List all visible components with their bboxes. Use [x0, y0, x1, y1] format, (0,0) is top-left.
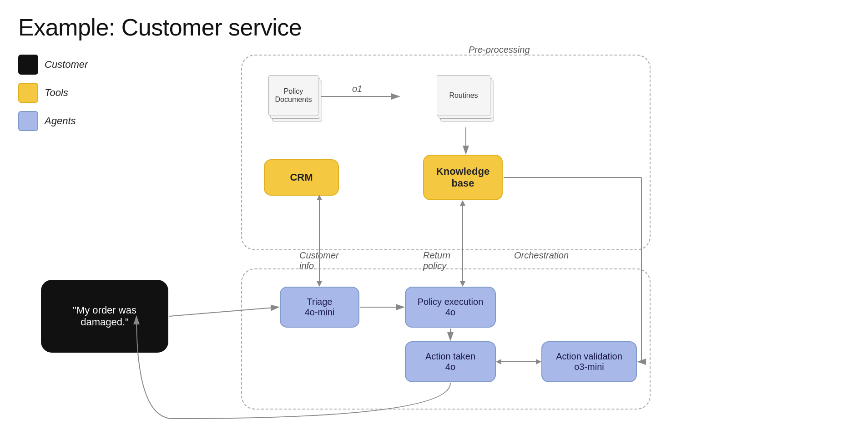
legend-tools: Tools — [18, 83, 88, 103]
tools-color-box — [18, 83, 38, 103]
knowledge-base-box: Knowledgebase — [423, 155, 503, 200]
legend-tools-label: Tools — [45, 87, 68, 99]
customer-color-box — [18, 55, 38, 75]
legend-customer-label: Customer — [45, 59, 88, 71]
return-policy-label: Returnpolicy — [423, 250, 450, 271]
action-taken-box: Action taken4o — [405, 341, 496, 382]
legend-agents: Agents — [18, 111, 88, 131]
policy-documents: PolicyDocuments — [268, 75, 328, 127]
routines: Routines — [437, 75, 500, 127]
legend-customer: Customer — [18, 55, 88, 75]
customer-box: "My order was damaged." — [41, 280, 168, 353]
agents-color-box — [18, 111, 38, 131]
orchestration-label: Orchestration — [514, 250, 569, 261]
legend: Customer Tools Agents — [18, 55, 88, 131]
crm-box: CRM — [264, 159, 339, 196]
triage-box: Triage4o-mini — [280, 287, 359, 328]
action-validation-box: Action validationo3-mini — [541, 341, 637, 382]
preprocessing-label: Pre-processing — [469, 45, 530, 55]
customer-info-label: Customerinfo — [299, 250, 339, 271]
diagram: Pre-processing Customerinfo Returnpolicy… — [182, 27, 846, 428]
legend-agents-label: Agents — [45, 115, 76, 127]
policy-execution-box: Policy execution4o — [405, 287, 496, 328]
